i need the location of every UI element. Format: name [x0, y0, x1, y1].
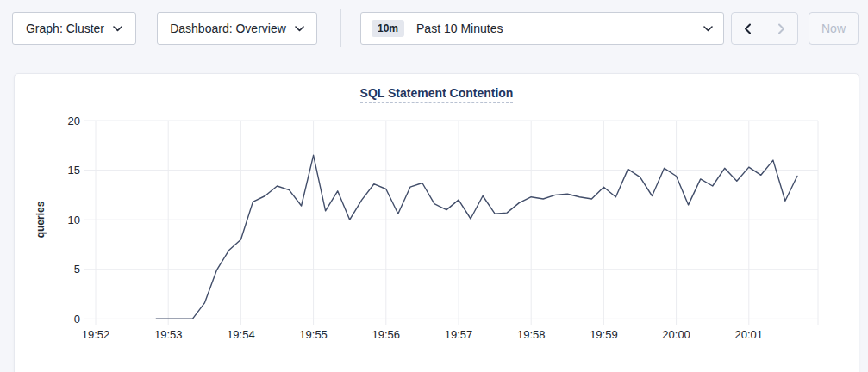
chevron-down-icon [703, 26, 713, 32]
chevron-down-icon [113, 26, 122, 32]
time-window-badge: 10m [372, 20, 404, 37]
x-tick-label: 19:53 [154, 328, 183, 341]
y-tick-label: 20 [68, 115, 80, 127]
chevron-left-icon [744, 23, 752, 34]
time-backward-button[interactable] [732, 13, 765, 44]
line-chart[interactable]: 0510152019:5219:5319:5419:5519:5619:5719… [15, 74, 860, 372]
y-axis-label: queries [34, 201, 47, 238]
x-tick-label: 19:52 [82, 328, 110, 341]
time-step-button-group [731, 12, 798, 45]
x-tick-label: 19:59 [590, 328, 618, 341]
x-tick-label: 19:56 [372, 328, 401, 341]
chevron-down-icon [295, 26, 304, 32]
chart-panel: SQL Statement Contention 0510152019:5219… [14, 73, 859, 372]
toolbar: Graph: Cluster Dashboard: Overview 10m P… [0, 0, 868, 60]
chevron-right-icon [777, 23, 785, 34]
y-tick-label: 0 [74, 313, 80, 326]
now-button[interactable]: Now [809, 12, 859, 45]
y-tick-label: 5 [74, 263, 80, 276]
series-line-queries [156, 155, 797, 319]
x-tick-label: 19:55 [299, 328, 328, 341]
graph-dropdown[interactable]: Graph: Cluster [12, 12, 136, 45]
y-tick-label: 15 [68, 164, 80, 177]
graph-dropdown-label: Graph: Cluster [26, 22, 104, 35]
time-forward-button[interactable] [765, 13, 798, 44]
y-tick-label: 10 [68, 214, 80, 226]
dashboard-dropdown[interactable]: Dashboard: Overview [157, 12, 317, 45]
toolbar-divider [340, 9, 341, 47]
x-tick-label: 20:01 [735, 328, 764, 341]
x-tick-label: 20:00 [662, 328, 690, 341]
x-tick-label: 19:54 [227, 328, 255, 341]
dashboard-dropdown-label: Dashboard: Overview [170, 22, 286, 35]
x-tick-label: 19:58 [517, 328, 546, 341]
time-window-label: Past 10 Minutes [416, 22, 503, 35]
x-tick-label: 19:57 [445, 328, 473, 341]
time-range-picker[interactable]: 10m Past 10 Minutes [360, 12, 724, 45]
